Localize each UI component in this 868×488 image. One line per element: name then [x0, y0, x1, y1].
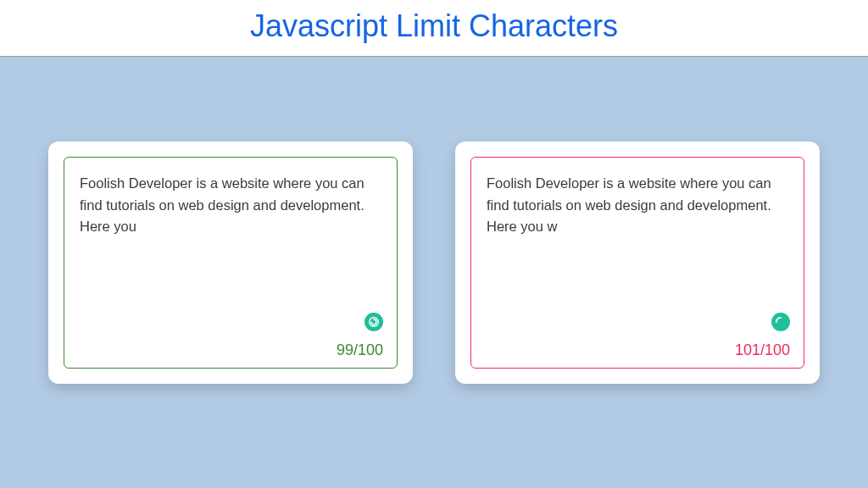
status-icon — [364, 313, 383, 331]
character-limit-card-right: 101/100 — [455, 141, 820, 384]
character-counter-right: 101/100 — [735, 341, 790, 359]
counter-row: 99/100 — [337, 313, 383, 359]
header: Javascript Limit Characters — [0, 0, 868, 57]
character-limit-card-left: 99/100 — [48, 141, 413, 384]
content-area: 99/100 101/100 — [0, 57, 868, 384]
textarea-wrap-invalid: 101/100 — [470, 157, 804, 369]
text-input-left[interactable] — [80, 173, 381, 317]
counter-row: 101/100 — [735, 313, 790, 359]
svg-point-0 — [370, 318, 379, 327]
text-input-right[interactable] — [487, 173, 788, 317]
page-title: Javascript Limit Characters — [0, 8, 868, 44]
status-icon — [771, 313, 790, 331]
textarea-wrap-valid: 99/100 — [64, 157, 398, 369]
character-counter-left: 99/100 — [337, 341, 383, 359]
